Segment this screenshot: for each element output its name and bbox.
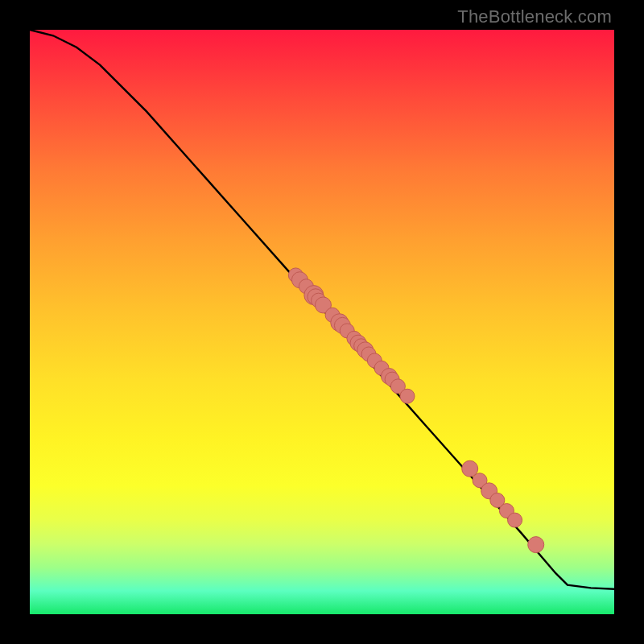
- data-point: [508, 513, 522, 527]
- data-point: [528, 537, 544, 553]
- plot-area: [30, 30, 614, 614]
- watermark-text: TheBottleneck.com: [457, 6, 612, 27]
- chart-frame: TheBottleneck.com: [0, 0, 644, 644]
- data-point: [400, 389, 415, 403]
- chart-svg: [30, 30, 614, 614]
- marker-group: [288, 268, 543, 553]
